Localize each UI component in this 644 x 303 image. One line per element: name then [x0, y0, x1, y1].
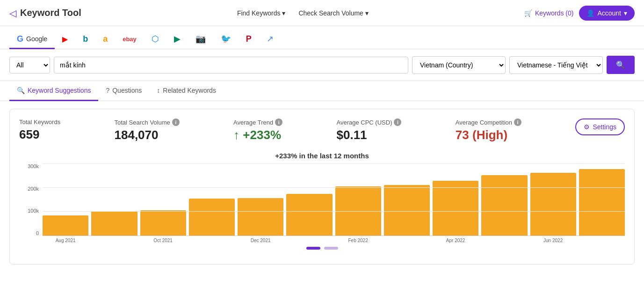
- stats-row: Total Keywords 659 Total Search Volume i…: [19, 118, 625, 142]
- instagram-icon: 📷: [195, 34, 206, 44]
- related-keywords-icon: ↕: [157, 87, 160, 94]
- nav-find-keywords[interactable]: Find Keywords ▾: [232, 7, 291, 20]
- average-competition-stat: Average Competition i 73 (High): [456, 118, 521, 142]
- account-icon: 👤: [586, 9, 594, 17]
- bar-group: [481, 163, 527, 236]
- search-type-select[interactable]: All Phrase Exact: [9, 57, 50, 74]
- bar-group: [433, 163, 478, 236]
- average-trend-stat: Average Trend i ↑ +233%: [233, 118, 282, 142]
- x-label: [189, 238, 235, 243]
- bar-group: [579, 163, 625, 236]
- questions-icon: ?: [106, 87, 109, 94]
- nav-check-search-volume[interactable]: Check Search Volume ▾: [293, 7, 374, 20]
- keyword-suggestions-icon: 🔍: [17, 87, 25, 94]
- x-label: [286, 238, 332, 243]
- bar: [43, 215, 88, 236]
- average-trend-label: Average Trend i: [233, 118, 282, 126]
- total-search-volume-label: Total Search Volume i: [115, 118, 180, 126]
- average-cpc-value: $0.11: [337, 128, 402, 142]
- chart-title: +233% in the last 12 months: [19, 152, 625, 160]
- bar: [286, 194, 332, 236]
- bar-group: [189, 163, 235, 236]
- total-keywords-value: 659: [19, 127, 60, 142]
- chart-x-labels: Aug 2021Oct 2021Dec 2021Feb 2022Apr 2022…: [19, 238, 625, 243]
- average-competition-label: Average Competition i: [456, 118, 521, 126]
- x-label: [384, 238, 430, 243]
- account-label: Account: [597, 9, 621, 17]
- settings-button[interactable]: ⚙ Settings: [575, 118, 625, 135]
- platform-tab-youtube[interactable]: ▶: [55, 31, 75, 49]
- bar: [433, 181, 478, 236]
- chart-y-axis: 300k 200k 100k 0: [19, 163, 43, 236]
- sub-tab-related-keywords[interactable]: ↕ Related Keywords: [149, 81, 224, 101]
- search-bar: All Phrase Exact Vietnam (Country) Vietn…: [0, 49, 644, 81]
- platform-tab-google[interactable]: G Google: [9, 30, 55, 49]
- platform-tab-amazon[interactable]: a: [95, 30, 115, 49]
- average-cpc-stat: Average CPC (USD) i $0.11: [337, 118, 402, 142]
- x-label: Oct 2021: [140, 238, 186, 243]
- bar-group: [286, 163, 332, 236]
- keywords-button[interactable]: 🛒 Keywords (0): [524, 9, 573, 17]
- chart-bars: [43, 163, 625, 236]
- platform-tab-trends[interactable]: ↗: [259, 30, 281, 49]
- average-cpc-label: Average CPC (USD) i: [337, 118, 402, 126]
- average-cpc-info-icon[interactable]: i: [394, 118, 401, 126]
- google-icon: G: [17, 34, 23, 44]
- x-label: [481, 238, 527, 243]
- bar: [384, 185, 430, 236]
- x-label: Dec 2021: [238, 238, 283, 243]
- playstore-icon: ▶: [174, 34, 181, 44]
- nav-links: Find Keywords ▾ Check Search Volume ▾: [232, 7, 374, 20]
- bar-group: [91, 163, 137, 236]
- x-label: [91, 238, 137, 243]
- platform-tab-instagram[interactable]: 📷: [188, 30, 213, 49]
- chart-container: +233% in the last 12 months 300k 200k 10…: [19, 152, 625, 255]
- cart-icon: 🛒: [524, 9, 532, 17]
- x-label: [579, 238, 625, 243]
- logo-text: Keyword Tool: [20, 7, 81, 18]
- bar: [579, 169, 625, 236]
- header: ◁ Keyword Tool Find Keywords ▾ Check Sea…: [0, 0, 644, 26]
- pinterest-icon: P: [246, 34, 252, 44]
- account-button[interactable]: 👤 Account ▾: [579, 6, 635, 21]
- language-select[interactable]: Vietnamese - Tiếng Việt: [509, 56, 603, 74]
- trend-arrow-icon: ↑: [233, 128, 239, 142]
- search-button[interactable]: 🔍: [607, 56, 635, 74]
- average-competition-info-icon[interactable]: i: [514, 118, 521, 126]
- x-label: Feb 2022: [335, 238, 381, 243]
- bar: [530, 173, 576, 236]
- bing-icon: b: [83, 34, 88, 44]
- bar: [189, 199, 235, 236]
- logo[interactable]: ◁ Keyword Tool: [9, 7, 81, 19]
- platform-tab-bing[interactable]: b: [75, 30, 95, 49]
- platform-tab-playstore[interactable]: ▶: [166, 30, 188, 49]
- x-label: Jun 2022: [530, 238, 576, 243]
- bar-group: [384, 163, 430, 236]
- appstore-icon: ⬡: [152, 34, 159, 44]
- platform-tab-appstore[interactable]: ⬡: [144, 30, 166, 49]
- sub-tab-keyword-suggestions[interactable]: 🔍 Keyword Suggestions: [9, 81, 98, 101]
- chart-bars-area: [43, 163, 625, 236]
- average-trend-value: ↑ +233%: [233, 128, 282, 142]
- platform-tabs: G Google ▶ b a ebay ⬡ ▶ 📷 🐦 P ↗: [0, 26, 644, 49]
- country-select[interactable]: Vietnam (Country): [412, 56, 506, 74]
- search-input[interactable]: [54, 57, 408, 74]
- header-right: 🛒 Keywords (0) 👤 Account ▾: [524, 6, 635, 21]
- total-search-volume-info-icon[interactable]: i: [172, 118, 180, 126]
- bar: [238, 198, 283, 236]
- platform-tab-twitter[interactable]: 🐦: [213, 30, 239, 49]
- stats-panel: Total Keywords 659 Total Search Volume i…: [9, 109, 635, 265]
- platform-tab-pinterest[interactable]: P: [239, 30, 259, 49]
- bar-group: [43, 163, 88, 236]
- total-search-volume-value: 184,070: [115, 128, 180, 142]
- bar-group: [530, 163, 576, 236]
- amazon-icon: a: [103, 34, 108, 44]
- average-trend-info-icon[interactable]: i: [275, 118, 282, 126]
- youtube-icon: ▶: [62, 35, 68, 44]
- scroll-indicators: [19, 247, 625, 250]
- x-label: Aug 2021: [43, 238, 88, 243]
- logo-icon: ◁: [9, 7, 16, 19]
- platform-tab-ebay[interactable]: ebay: [115, 32, 144, 48]
- chevron-down-icon: ▾: [624, 9, 627, 17]
- sub-tab-questions[interactable]: ? Questions: [98, 81, 149, 101]
